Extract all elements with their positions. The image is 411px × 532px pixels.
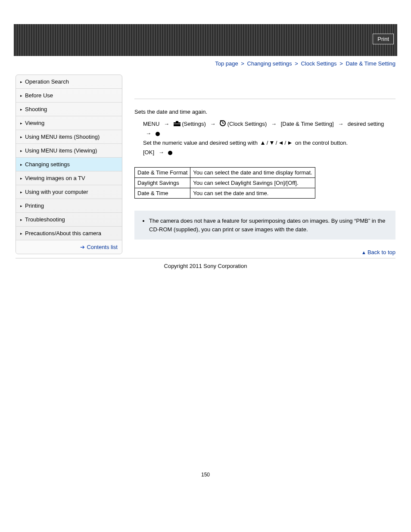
sidebar-item-tv[interactable]: ▸Viewing images on a TV bbox=[16, 171, 122, 185]
table-row: Date & Time Format You can select the da… bbox=[135, 168, 315, 178]
arrow-right-icon: → bbox=[156, 149, 167, 156]
triangle-right-icon bbox=[288, 139, 292, 148]
sidebar-item-label: Using MENU items (Shooting) bbox=[25, 134, 100, 140]
breadcrumb-link[interactable]: Changing settings bbox=[247, 60, 292, 67]
sidebar-item-label: Changing settings bbox=[25, 161, 70, 168]
arrow-right-icon: → bbox=[268, 121, 279, 127]
svg-rect-0 bbox=[174, 122, 181, 126]
triangle-up-icon: ▲ bbox=[361, 250, 367, 255]
step-date-text: [Date & Time Setting] bbox=[281, 121, 334, 127]
svg-rect-1 bbox=[176, 121, 178, 123]
contents-list-link[interactable]: ➔Contents list bbox=[80, 244, 118, 250]
step-numeric-text: Set the numeric value and desired settin… bbox=[143, 140, 258, 146]
table-cell-key: Daylight Savings bbox=[135, 178, 190, 188]
breadcrumb-link[interactable]: Clock Settings bbox=[301, 60, 336, 67]
table-row: Daylight Savings You can select Daylight… bbox=[135, 178, 315, 188]
toolbox-icon bbox=[174, 120, 181, 129]
breadcrumb-sep: > bbox=[293, 60, 299, 67]
sidebar-item-label: Shooting bbox=[25, 106, 47, 112]
breadcrumb-sep: > bbox=[240, 60, 246, 67]
triangle-right-icon: ▸ bbox=[20, 162, 22, 167]
svg-marker-6 bbox=[279, 141, 283, 145]
header-band: Print bbox=[14, 24, 397, 56]
page-number: 150 bbox=[0, 472, 411, 491]
table-row: Date & Time You can set the date and tim… bbox=[135, 188, 315, 199]
svg-marker-4 bbox=[261, 141, 265, 145]
triangle-right-icon: ▸ bbox=[20, 176, 22, 180]
clock-icon bbox=[220, 120, 226, 129]
sidebar-item-label: Printing bbox=[25, 202, 44, 209]
step-settings-text: (Settings) bbox=[182, 121, 206, 127]
svg-rect-2 bbox=[174, 124, 181, 124]
table-cell-value: You can select Daylight Savings [On]/[Of… bbox=[190, 178, 315, 188]
step-clock-text: (Clock Settings) bbox=[227, 121, 267, 127]
sidebar-item-changing-settings[interactable]: ▸Changing settings bbox=[16, 158, 122, 171]
svg-marker-5 bbox=[270, 141, 274, 145]
settings-table: Date & Time Format You can select the da… bbox=[134, 167, 315, 199]
triangle-right-icon: ▸ bbox=[20, 231, 22, 236]
arrow-right-icon: → bbox=[161, 121, 172, 127]
triangle-right-icon: ▸ bbox=[20, 121, 22, 125]
svg-marker-7 bbox=[288, 141, 292, 145]
table-cell-value: You can select the date and time display… bbox=[190, 168, 315, 178]
triangle-right-icon: ▸ bbox=[20, 80, 22, 84]
intro-text: Sets the date and time again. bbox=[134, 109, 395, 115]
arrow-right-icon: → bbox=[143, 130, 154, 137]
divider bbox=[16, 258, 395, 258]
copyright-text: Copyright 2011 Sony Corporation bbox=[0, 263, 411, 269]
main-content: Sets the date and time again. MENU → (Se… bbox=[134, 75, 395, 258]
center-button-icon bbox=[168, 151, 172, 155]
arrow-right-icon: → bbox=[207, 121, 218, 127]
sidebar-item-printing[interactable]: ▸Printing bbox=[16, 199, 122, 212]
sidebar-item-menu-viewing[interactable]: ▸Using MENU items (Viewing) bbox=[16, 144, 122, 157]
back-to-top: ▲Back to top bbox=[134, 249, 395, 255]
sidebar-item-label: Precautions/About this camera bbox=[25, 230, 101, 236]
sidebar-item-shooting[interactable]: ▸Shooting bbox=[16, 103, 122, 116]
sidebar-item-label: Viewing bbox=[25, 120, 44, 126]
breadcrumb: Top page > Changing settings > Clock Set… bbox=[16, 60, 395, 67]
arrow-right-icon: ➔ bbox=[80, 244, 87, 250]
table-cell-key: Date & Time Format bbox=[135, 168, 190, 178]
triangle-right-icon: ▸ bbox=[20, 204, 22, 208]
slash: / bbox=[285, 140, 286, 146]
triangle-right-icon: ▸ bbox=[20, 93, 22, 98]
center-button-icon bbox=[156, 132, 160, 136]
contents-list-label: Contents list bbox=[87, 244, 118, 250]
sidebar-item-troubleshooting[interactable]: ▸Troubleshooting bbox=[16, 213, 122, 226]
sidebar-item-operation-search[interactable]: ▸Operation Search bbox=[16, 75, 122, 88]
triangle-left-icon bbox=[279, 139, 283, 148]
step-menu-text: MENU bbox=[143, 121, 159, 127]
print-button[interactable]: Print bbox=[373, 34, 394, 44]
sidebar-item-label: Using with your computer bbox=[25, 189, 88, 195]
sidebar-item-label: Using MENU items (Viewing) bbox=[25, 147, 97, 154]
breadcrumb-link[interactable]: Date & Time Setting bbox=[346, 60, 395, 67]
note-item: The camera does not have a feature for s… bbox=[149, 217, 389, 233]
sidebar-item-menu-shooting[interactable]: ▸Using MENU items (Shooting) bbox=[16, 130, 122, 143]
slash: / bbox=[267, 140, 268, 146]
triangle-up-icon bbox=[261, 139, 265, 148]
sidebar-item-computer[interactable]: ▸Using with your computer bbox=[16, 185, 122, 199]
triangle-right-icon: ▸ bbox=[20, 149, 22, 153]
sidebar: ▸Operation Search ▸Before Use ▸Shooting … bbox=[16, 75, 122, 254]
sidebar-item-label: Operation Search bbox=[25, 78, 69, 85]
back-to-top-label: Back to top bbox=[367, 249, 395, 255]
back-to-top-link[interactable]: ▲Back to top bbox=[361, 249, 395, 255]
slash: / bbox=[276, 140, 277, 146]
sidebar-item-precautions[interactable]: ▸Precautions/About this camera bbox=[16, 227, 122, 240]
step-desired-text: desired setting bbox=[348, 121, 384, 127]
procedure-steps: MENU → (Settings) → (Clock Settings) → [… bbox=[143, 119, 395, 157]
table-cell-value: You can set the date and time. bbox=[190, 188, 315, 199]
table-cell-key: Date & Time bbox=[135, 188, 190, 199]
arrow-right-icon: → bbox=[335, 121, 346, 127]
step-ok-text: [OK] bbox=[143, 149, 154, 156]
sidebar-item-label: Troubleshooting bbox=[25, 216, 65, 223]
sidebar-item-viewing[interactable]: ▸Viewing bbox=[16, 116, 122, 130]
sidebar-item-label: Before Use bbox=[25, 92, 53, 99]
triangle-right-icon: ▸ bbox=[20, 107, 22, 112]
breadcrumb-link[interactable]: Top page bbox=[215, 60, 238, 67]
breadcrumb-sep: > bbox=[338, 60, 344, 67]
triangle-right-icon: ▸ bbox=[20, 218, 22, 222]
sidebar-item-label: Viewing images on a TV bbox=[25, 175, 85, 181]
triangle-right-icon: ▸ bbox=[20, 190, 22, 194]
sidebar-item-before-use[interactable]: ▸Before Use bbox=[16, 89, 122, 102]
